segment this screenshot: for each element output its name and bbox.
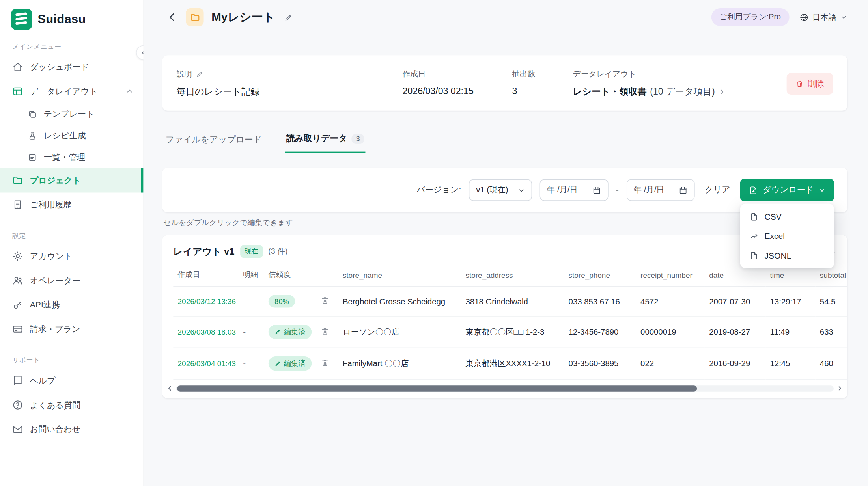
cell-confidence: 編集済 (264, 348, 316, 379)
sidebar-item-dashboard[interactable]: ダッシュボード (0, 55, 144, 79)
cell-store-address[interactable]: 3818 Grindelwald (461, 286, 564, 316)
edit-title-icon[interactable] (284, 13, 293, 22)
download-menu-item-csv[interactable]: CSV (743, 207, 831, 226)
cell-detail[interactable]: - (239, 286, 264, 316)
cell-created[interactable]: 2026/03/04 01:43 (173, 348, 239, 379)
download-button[interactable]: ダウンロード (740, 179, 834, 201)
sidebar-item-usage-history[interactable]: ご利用履歴 (0, 192, 144, 217)
cell-store-name[interactable]: FamilyMart 〇〇店 (338, 348, 461, 379)
cell-subtotal[interactable]: 460 (816, 348, 847, 379)
cell-detail[interactable]: - (239, 316, 264, 348)
cell-store-name[interactable]: ローソン〇〇店 (338, 316, 461, 348)
sidebar-item-label: アカウント (30, 251, 73, 262)
sidebar-item-label: よくある質問 (30, 400, 80, 410)
col-actions (316, 265, 338, 286)
sidebar-item-help[interactable]: ヘルプ (0, 369, 144, 393)
sidebar-item-label: API連携 (30, 300, 60, 310)
cell-store-address[interactable]: 東京都港区XXXX1-2-10 (461, 348, 564, 379)
tab-data-label: 読み取りデータ (286, 133, 347, 144)
sidebar-item-api[interactable]: API連携 (0, 293, 144, 317)
sidebar-item-account[interactable]: アカウント (0, 244, 144, 268)
tab-upload-files[interactable]: ファイルをアップロード (164, 129, 263, 153)
edit-description-icon[interactable] (196, 70, 204, 78)
sidebar-item-contact[interactable]: お問い合わせ (0, 417, 144, 441)
sidebar-item-data-layout[interactable]: データレイアウト (0, 79, 144, 104)
template-icon (28, 110, 37, 119)
version-value: v1 (現在) (476, 185, 508, 196)
brand[interactable]: Suidasu (0, 0, 144, 37)
file-icon (750, 212, 758, 221)
scrollbar-track[interactable] (176, 385, 834, 391)
date-to-placeholder: 年 /月/日 (634, 185, 665, 196)
trash-icon[interactable] (321, 327, 329, 335)
table-row: 2026/03/08 18:03 - 編集済 (173, 316, 847, 348)
created-field: 作成日 2026/03/03 02:15 (402, 69, 512, 96)
confidence-label: 編集済 (284, 327, 306, 337)
cell-receipt-number[interactable]: 022 (636, 348, 705, 379)
cell-date[interactable]: 2019-08-27 (705, 316, 765, 348)
cell-time[interactable]: 12:45 (765, 348, 815, 379)
layout-link[interactable]: レシート・領収書 (10 データ項目) (573, 86, 787, 98)
cell-time[interactable]: 13:29:17 (765, 286, 815, 316)
cell-time[interactable]: 11:49 (765, 316, 815, 348)
download-menu-item-jsonl[interactable]: JSONL (743, 246, 831, 265)
sidebar-item-label: ダッシュボード (30, 62, 89, 73)
edited-badge: 編集済 (269, 356, 312, 371)
created-label: 作成日 (402, 69, 426, 79)
cell-detail[interactable]: - (239, 348, 264, 379)
clear-filter-button[interactable]: クリア (703, 181, 733, 199)
cell-subtotal[interactable]: 54.5 (816, 286, 847, 316)
date-from-placeholder: 年 /月/日 (547, 185, 578, 196)
trash-icon[interactable] (321, 358, 329, 367)
cell-actions (316, 348, 338, 379)
sidebar-item-billing[interactable]: 請求・プラン (0, 317, 144, 341)
scroll-left-icon[interactable] (167, 385, 174, 392)
layout-value: レシート・領収書 (573, 86, 647, 98)
scrollbar-thumb[interactable] (177, 385, 696, 391)
cell-receipt-number[interactable]: 00000019 (636, 316, 705, 348)
sidebar-item-list-manage[interactable]: 一覧・管理 (0, 147, 144, 168)
collapse-sidebar-icon (140, 49, 144, 56)
download-menu-item-excel[interactable]: Excel (743, 226, 831, 246)
date-from-input[interactable]: 年 /月/日 (540, 179, 608, 201)
cell-store-address[interactable]: 東京都〇〇区□□ 1-2-3 (461, 316, 564, 348)
cell-subtotal[interactable]: 633 (816, 316, 847, 348)
language-selector[interactable]: 日本語 (799, 12, 847, 22)
col-created: 作成日 (173, 265, 239, 286)
sidebar-item-label: 一覧・管理 (44, 152, 85, 163)
cell-receipt-number[interactable]: 4572 (636, 286, 705, 316)
logo-icon (11, 9, 32, 30)
sidebar-item-recipe[interactable]: レシピ生成 (0, 125, 144, 147)
main-area: Myレシート ご利用プラン:Pro 日本語 (144, 0, 868, 486)
extract-count-field: 抽出数 3 (512, 69, 573, 96)
layout-field: データレイアウト レシート・領収書 (10 データ項目) (573, 69, 787, 98)
cell-store-phone[interactable]: 12-3456-7890 (564, 316, 636, 348)
sidebar-item-faq[interactable]: よくある質問 (0, 393, 144, 417)
cell-created[interactable]: 2026/03/12 13:36 (173, 286, 239, 316)
contact-icon (12, 424, 23, 435)
recipe-icon (28, 131, 37, 141)
sidebar-item-operator[interactable]: オペレーター (0, 268, 144, 293)
date-to-input[interactable]: 年 /月/日 (626, 179, 694, 201)
cell-store-name[interactable]: Berghotel Grosse Scheidegg (338, 286, 461, 316)
trash-icon[interactable] (321, 296, 329, 305)
cell-created[interactable]: 2026/03/08 18:03 (173, 316, 239, 348)
delete-project-button[interactable]: 削除 (787, 73, 833, 95)
tab-read-data[interactable]: 読み取りデータ 3 (285, 129, 365, 153)
version-select[interactable]: v1 (現在) (469, 179, 532, 201)
sidebar-item-project[interactable]: プロジェクト (0, 168, 144, 193)
folder-icon (190, 12, 200, 22)
table-title: レイアウト v1 (173, 245, 234, 258)
help-icon (12, 375, 23, 386)
col-confidence: 信頼度 (264, 265, 316, 286)
scroll-right-icon[interactable] (836, 385, 843, 392)
back-button[interactable] (166, 11, 178, 23)
cell-store-phone[interactable]: 033 853 67 16 (564, 286, 636, 316)
home-icon (12, 61, 23, 73)
cell-date[interactable]: 2007-07-30 (705, 286, 765, 316)
cell-store-phone[interactable]: 03-3560-3895 (564, 348, 636, 379)
sidebar-item-template[interactable]: テンプレート (0, 103, 144, 125)
cell-date[interactable]: 2016-09-29 (705, 348, 765, 379)
chevron-right-icon (718, 88, 726, 96)
menu-item-label: JSONL (764, 251, 791, 260)
